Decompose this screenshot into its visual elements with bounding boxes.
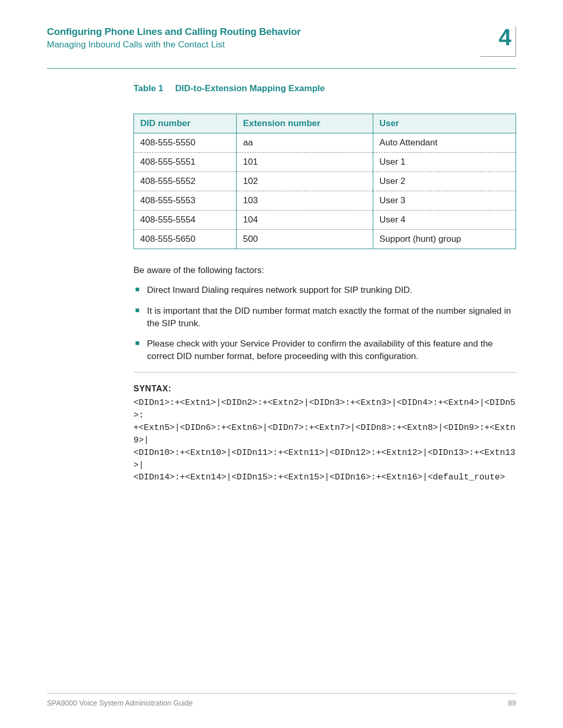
- chapter-number-box: 4: [480, 26, 516, 57]
- cell-did: 408-555-5553: [134, 191, 237, 211]
- cell-user: Auto Attendant: [373, 133, 516, 153]
- table-title: DID-to-Extension Mapping Example: [175, 83, 325, 93]
- syntax-code-block: <DIDn1>:+<Extn1>|<DIDn2>:+<Extn2>|<DIDn3…: [133, 397, 516, 484]
- table-row: 408-555-5550 aa Auto Attendant: [134, 133, 516, 153]
- chapter-title: Configuring Phone Lines and Calling Rout…: [47, 26, 480, 38]
- footer-guide-title: SPA9000 Voice System Administration Guid…: [47, 699, 193, 707]
- footer-row: SPA9000 Voice System Administration Guid…: [47, 699, 516, 707]
- table-row: 408-555-5552 102 User 2: [134, 172, 516, 191]
- table-row: 408-555-5650 500 Support (hunt) group: [134, 230, 516, 249]
- col-extension-number: Extension number: [237, 114, 373, 133]
- table-label: Table 1: [133, 83, 163, 93]
- cell-did: 408-555-5552: [134, 172, 237, 191]
- header-divider: [47, 68, 516, 69]
- list-item: Direct Inward Dialing requires network s…: [133, 284, 516, 297]
- cell-user: User 1: [373, 153, 516, 172]
- page-footer: SPA9000 Voice System Administration Guid…: [47, 693, 516, 707]
- footer-divider: [47, 693, 516, 694]
- cell-user: User 3: [373, 191, 516, 211]
- syntax-heading: SYNTAX:: [133, 384, 516, 393]
- page: Configuring Phone Lines and Calling Rout…: [0, 0, 563, 728]
- cell-ext: 102: [237, 172, 373, 191]
- cell-ext: aa: [237, 133, 373, 153]
- cell-did: 408-555-5550: [134, 133, 237, 153]
- factors-intro: Be aware of the following factors:: [133, 265, 516, 277]
- header-text-block: Configuring Phone Lines and Calling Rout…: [47, 26, 480, 50]
- section-divider: [133, 372, 516, 373]
- list-item: It is important that the DID number form…: [133, 305, 516, 330]
- table-row: 408-555-5553 103 User 3: [134, 191, 516, 211]
- cell-user: Support (hunt) group: [373, 230, 516, 249]
- did-mapping-table: DID number Extension number User 408-555…: [133, 114, 516, 249]
- content-area: Table 1 DID-to-Extension Mapping Example…: [133, 83, 516, 484]
- cell-did: 408-555-5551: [134, 153, 237, 172]
- table-caption: Table 1 DID-to-Extension Mapping Example: [133, 83, 516, 94]
- table-row: 408-555-5551 101 User 1: [134, 153, 516, 172]
- table-header-row: DID number Extension number User: [134, 114, 516, 133]
- cell-ext: 103: [237, 191, 373, 211]
- cell-did: 408-555-5554: [134, 211, 237, 230]
- factors-list: Direct Inward Dialing requires network s…: [133, 284, 516, 363]
- table-row: 408-555-5554 104 User 4: [134, 211, 516, 230]
- list-item: Please check with your Service Provider …: [133, 338, 516, 363]
- cell-did: 408-555-5650: [134, 230, 237, 249]
- col-did-number: DID number: [134, 114, 237, 133]
- chapter-number: 4: [480, 26, 511, 49]
- col-user: User: [373, 114, 516, 133]
- section-title: Managing Inbound Calls with the Contact …: [47, 40, 480, 50]
- cell-ext: 500: [237, 230, 373, 249]
- cell-user: User 4: [373, 211, 516, 230]
- cell-ext: 104: [237, 211, 373, 230]
- cell-user: User 2: [373, 172, 516, 191]
- page-header: Configuring Phone Lines and Calling Rout…: [47, 26, 516, 57]
- cell-ext: 101: [237, 153, 373, 172]
- footer-page-number: 89: [508, 699, 516, 707]
